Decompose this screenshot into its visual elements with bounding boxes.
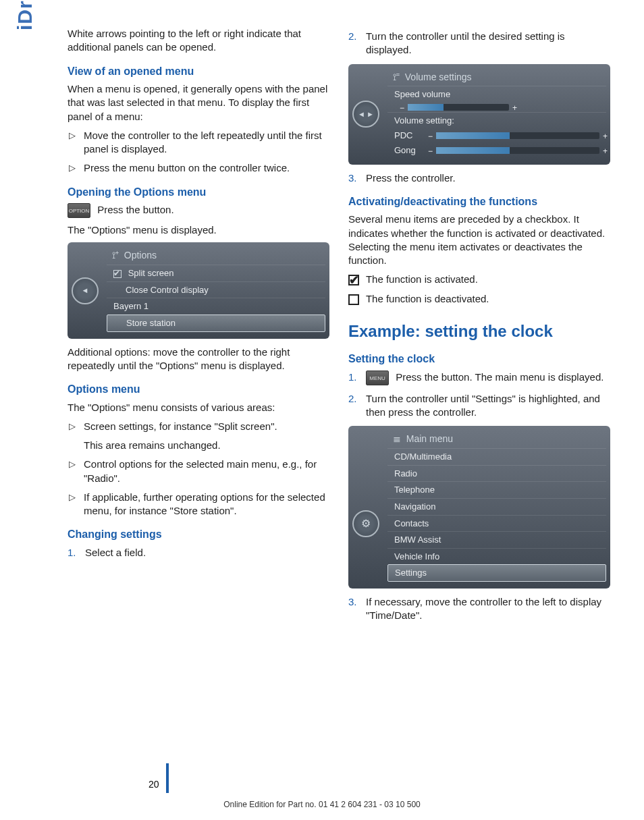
heading-options-menu: Options menu [68,382,329,397]
list-item: 3. Press the controller. [348,171,610,185]
list-item: 3. If necessary, move the controller to … [348,595,610,623]
slider-label: Gong [394,144,432,157]
step-number: 3. [348,595,357,609]
controller-dial-icon: ◄ ► [352,101,379,128]
checkbox-checked-icon [348,275,359,285]
screenshot-row: CD/Multimedia [387,448,606,465]
step-number: 2. [348,392,357,406]
heading-example: Example: setting the clock [348,321,610,342]
sub-paragraph: This area remains unchanged. [84,439,329,452]
chevron-left-icon: ◄ [358,109,365,119]
screenshot-row: Navigation [387,498,606,515]
antenna-icon: ⟟⁺ [112,250,119,261]
section-tab: iDrive [14,0,36,30]
minus-icon: − [428,131,433,142]
screenshot-title: ⟟⁺ Options [107,246,325,265]
text: Split screen [128,268,174,278]
screenshot-title: ≣ Main menu [387,430,606,448]
page-rule [166,763,169,793]
numbered-list: 3. If necessary, move the controller to … [348,595,610,623]
bullet-list: Move the controller to the left repeated… [68,129,329,175]
text: Turn the controller until "Settings" is … [366,393,600,418]
checkbox-unchecked-icon [348,294,359,305]
controller-dial-icon: ◄ [72,277,99,304]
paragraph: Several menu items are preceded by a che… [348,213,610,267]
text: Select a field. [85,547,146,558]
numbered-list: 1. Select a field. [68,546,329,559]
screenshot-row: Bayern 1 [107,298,325,315]
list-item: 1. MENU Press the button. The main menu … [348,371,610,385]
screenshot-row: Speed volume [387,86,606,103]
heading-view-opened-menu: View of an opened menu [68,64,329,79]
screenshot-row: Radio [387,465,606,482]
page-number: 20 [149,779,159,790]
list-item: Control options for the selected main me… [68,458,329,485]
heading-changing-settings: Changing settings [68,527,329,542]
right-column: 2. Turn the controller until the desired… [348,27,610,629]
list-item: Screen settings, for instance "Split scr… [68,420,329,453]
step-number: 1. [68,546,76,559]
step-number: 2. [348,30,357,43]
footer-text: Online Edition for Part no. 01 41 2 604 … [0,800,644,809]
screenshot-row: Volume setting: [387,112,606,129]
slider: − + [408,104,509,111]
slider: − + [436,132,599,139]
antenna-icon: ⟟⁼ [393,72,400,82]
paragraph: The "Options" menu consists of various a… [68,401,329,414]
text: The function is activated. [366,273,478,285]
checkbox-on-icon [113,270,122,278]
numbered-list: 1. MENU Press the button. The main menu … [348,371,610,420]
list-item: 1. Select a field. [68,546,329,559]
paragraph: OPTION Press the button. [68,203,329,218]
gear-icon: ⚙ [361,516,371,531]
text: Screen settings, for instance "Split scr… [84,420,277,432]
paragraph: The "Options" menu is displayed. [68,223,329,237]
plus-icon: + [603,131,608,142]
text: Main menu [406,433,453,444]
screenshot-row: Contacts [387,515,606,532]
screenshot-row: Split screen [107,265,325,281]
heading-opening-options: Opening the Options menu [68,185,329,200]
text: If necessary, move the controller to the… [366,596,601,621]
plus-icon: + [603,146,608,157]
screenshot-row: Close Control display [107,281,325,298]
list-item: If applicable, further operating options… [68,491,329,518]
controller-dial-icon: ⚙ [352,510,379,537]
heading-activating: Activating/deactivating the functions [348,194,610,209]
text: Volume settings [405,72,472,82]
screenshot-volume-settings: ◄ ► ⟟⁼ Volume settings Speed volume − + [348,64,610,165]
text: Press the controller. [366,172,456,184]
list-item: Move the controller to the left repeated… [68,129,329,157]
screenshot-row-highlighted: Settings [387,564,606,582]
list-item: 2. Turn the controller until the desired… [348,30,610,57]
screenshot-main-menu: ⚙ ≣ Main menu CD/Multimedia Radio Teleph… [348,426,610,588]
intro-paragraph: White arrows pointing to the left or rig… [68,27,329,55]
plus-icon: + [512,103,517,113]
numbered-list: 3. Press the controller. [348,171,610,185]
text: The function is deactivated. [366,293,489,304]
screenshot-row: Telephone [387,481,606,498]
check-line: The function is activated. [348,273,610,286]
heading-setting-clock: Setting the clock [348,352,610,366]
chevron-right-icon: ► [367,109,374,119]
paragraph: When a menu is opened, it generally open… [68,82,329,124]
text: Press the button. The main menu is displ… [396,371,603,383]
list-item: 2. Turn the controller until "Settings" … [348,392,610,420]
text: Options [124,250,157,261]
slider: − + [436,147,599,154]
numbered-list: 2. Turn the controller until the desired… [348,30,610,57]
list-item: Press the menu button on the controller … [68,161,329,175]
step-number: 1. [348,371,357,384]
option-button-icon: OPTION [68,203,90,218]
screenshot-row: Vehicle Info [387,548,606,565]
screenshot-title: ⟟⁼ Volume settings [387,68,606,86]
left-column: White arrows pointing to the left or rig… [68,27,329,629]
slider-row: Gong − + [387,143,606,158]
minus-icon: − [400,103,404,113]
bullet-list: Screen settings, for instance "Split scr… [68,420,329,518]
slider-label: PDC [394,130,432,142]
screenshot-options-menu: ◄ ⟟⁺ Options Split screen Close Control … [68,242,329,338]
screenshot-row: BMW Assist [387,531,606,548]
screenshot-row-highlighted: Store station [107,315,325,332]
slider-row: − + [387,103,606,112]
